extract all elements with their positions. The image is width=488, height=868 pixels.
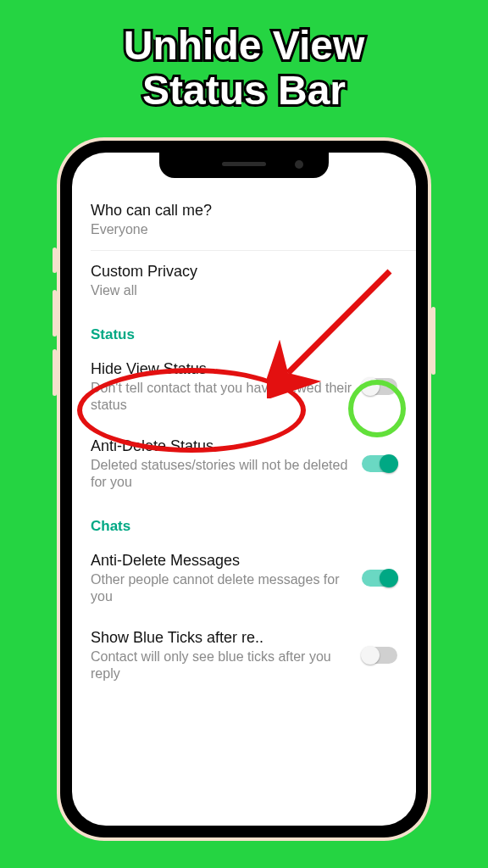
toggle-knob [361,377,380,396]
camera-icon [295,160,303,169]
toggle-knob [380,454,398,473]
custom-privacy-row[interactable]: Custom Privacy View all [72,251,416,311]
row-subtitle: Deleted statuses/stories will not be del… [91,457,353,491]
row-title: Who can call me? [91,202,397,220]
row-subtitle: Everyone [91,221,397,238]
row-title: Show Blue Ticks after re.. [91,629,353,647]
phone-mockup: Who can call me? Everyone Custom Privacy… [57,137,431,841]
page-title: Unhide View Status Bar [0,0,488,122]
row-title: Anti-Delete Status [91,437,353,455]
row-title: Hide View Status [91,360,353,378]
row-subtitle: Other people cannot delete messages for … [91,571,353,605]
speaker-icon [222,162,266,166]
blue-ticks-row[interactable]: Show Blue Ticks after re.. Contact will … [72,617,416,694]
row-subtitle: Don't tell contact that you have viewed … [91,380,353,414]
blue-ticks-toggle[interactable] [362,647,397,664]
who-can-call-row[interactable]: Who can call me? Everyone [72,190,416,250]
anti-delete-status-toggle[interactable] [362,455,397,472]
anti-delete-messages-row[interactable]: Anti-Delete Messages Other people cannot… [72,540,416,617]
row-subtitle: View all [91,282,397,299]
hide-view-status-row[interactable]: Hide View Status Don't tell contact that… [72,348,416,426]
phone-screen: Who can call me? Everyone Custom Privacy… [72,153,416,826]
anti-delete-status-row[interactable]: Anti-Delete Status Deleted statuses/stor… [72,426,416,503]
power-button [431,307,435,375]
title-line-2: Status Bar [142,68,346,113]
hide-view-status-toggle[interactable] [362,378,397,395]
row-subtitle: Contact will only see blue ticks after y… [91,648,353,682]
section-header-status: Status [72,311,416,348]
section-header-chats: Chats [72,503,416,540]
phone-notch [159,153,329,178]
anti-delete-messages-toggle[interactable] [362,570,397,587]
row-title: Custom Privacy [91,263,397,281]
toggle-knob [361,646,380,665]
row-title: Anti-Delete Messages [91,552,353,570]
toggle-knob [380,569,398,587]
title-line-1: Unhide View [124,23,365,68]
